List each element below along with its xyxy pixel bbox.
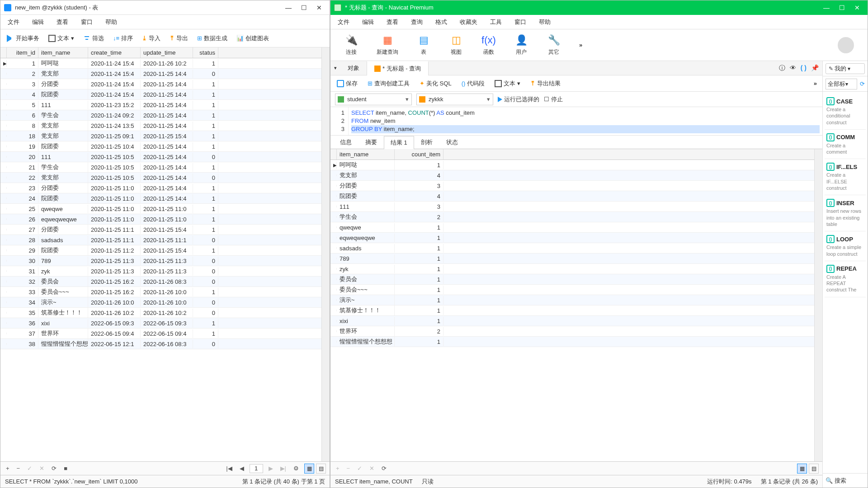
snippet-search[interactable]: 🔍 搜索	[823, 473, 868, 488]
toolbar-表[interactable]: ▤表	[416, 34, 431, 56]
scrollbar[interactable]	[814, 149, 822, 461]
table-row[interactable]: ▶1呵呵哒2020-11-24 15:42020-11-26 10:21	[0, 58, 321, 69]
delete-button[interactable]: −	[345, 464, 352, 473]
toolbar-新建查询[interactable]: ▦新建查询	[377, 34, 398, 56]
toolbar-视图[interactable]: ◫视图	[449, 34, 463, 56]
table-row[interactable]: 33委员会~~~2020-11-25 16:22020-11-26 10:01	[0, 287, 321, 297]
snippet-item[interactable]: ()CASECreate a conditional construct	[825, 94, 866, 130]
result-tab[interactable]: 摘要	[359, 136, 384, 149]
pin-icon[interactable]: 📌	[811, 64, 819, 72]
column-header[interactable]: status	[193, 47, 218, 58]
menu-item[interactable]: 帮助	[105, 18, 117, 26]
menu-item[interactable]: 格式	[435, 18, 447, 26]
commit-button[interactable]: ✓	[25, 464, 34, 473]
refresh-button[interactable]: ⟳	[380, 464, 388, 473]
first-page-button[interactable]: |◀	[224, 464, 234, 473]
result-tab[interactable]: 结果 1	[384, 136, 414, 149]
settings-icon[interactable]: ⚙	[292, 464, 301, 473]
sql-editor[interactable]: 123 SELECT item_name, COUNT(*) AS count_…	[330, 107, 822, 136]
snippet-button[interactable]: ()代码段	[460, 79, 487, 89]
result-row[interactable]: 惺惺惜惺惺个想想想1	[330, 337, 814, 347]
page-input[interactable]	[250, 464, 263, 473]
table-row[interactable]: 27分团委2020-11-25 11:12020-11-25 15:41	[0, 225, 321, 235]
result-row[interactable]: 委员会1	[330, 274, 814, 285]
add-button[interactable]: +	[334, 464, 341, 473]
table-row[interactable]: 24院团委2020-11-25 11:02020-11-25 14:41	[0, 193, 321, 204]
sort-button[interactable]: ↓≡排序	[111, 33, 135, 43]
table-row[interactable]: 4院团委2020-11-24 15:42020-11-25 14:41	[0, 89, 321, 100]
result-row[interactable]: ▶呵呵哒1	[330, 160, 814, 170]
text-button[interactable]: 文本 ▾	[47, 33, 76, 43]
menu-item[interactable]: 查看	[57, 18, 68, 26]
maximize-button[interactable]: ☐	[301, 5, 307, 11]
snippet-item[interactable]: ()LOOPCreate a simple loop construct	[825, 231, 866, 261]
stop-button[interactable]: ☐停止	[544, 95, 563, 103]
info-icon[interactable]: ⓘ	[779, 64, 785, 72]
export-button[interactable]: ⤒导出结果	[528, 79, 562, 89]
table-row[interactable]: 35筑基修士！！！2020-11-26 10:22020-11-26 10:20	[0, 308, 321, 318]
snippet-item[interactable]: ()REPEACreate A REPEAT construct The	[825, 261, 866, 297]
result-row[interactable]: 筑基修士！！！1	[330, 305, 814, 316]
prev-page-button[interactable]: ◀	[238, 464, 246, 473]
result-row[interactable]: sadsads1	[330, 243, 814, 253]
datagen-button[interactable]: ⊞数据生成	[195, 33, 229, 43]
toolbar-函数[interactable]: f(x)函数	[481, 34, 496, 56]
code-area[interactable]: SELECT item_name, COUNT(*) AS count_item…	[349, 107, 822, 135]
menu-item[interactable]: 窗口	[81, 18, 93, 26]
scrollbar[interactable]	[321, 47, 330, 461]
menu-item[interactable]: 编辑	[362, 18, 374, 26]
snippet-list[interactable]: ()CASECreate a conditional construct()CO…	[823, 92, 868, 473]
filter-button[interactable]: 筛选	[81, 33, 106, 43]
form-view-button[interactable]: ▤	[809, 464, 819, 474]
result-row[interactable]: 院团委4	[330, 191, 814, 202]
beautify-button[interactable]: ✦美化 SQL	[418, 79, 453, 89]
tab-objects[interactable]: 对象	[340, 61, 367, 75]
result-row[interactable]: 演示~1	[330, 295, 814, 305]
table-row[interactable]: 18党支部2020-11-25 09:12020-11-25 15:41	[0, 131, 321, 141]
column-header[interactable]: item_name	[337, 149, 395, 160]
table-row[interactable]: 19院团委2020-11-25 10:42020-11-25 14:41	[0, 141, 321, 152]
menu-item[interactable]: 编辑	[32, 18, 44, 26]
result-row[interactable]: eqweqweqwe1	[330, 233, 814, 243]
column-header[interactable]: count_item	[395, 149, 443, 160]
table-row[interactable]: 26eqweqweqwe2020-11-25 11:02020-11-25 11…	[0, 214, 321, 225]
table-row[interactable]: 51112020-11-23 15:22020-11-25 14:41	[0, 100, 321, 110]
brackets-icon[interactable]: ( )	[801, 64, 807, 72]
result-row[interactable]: 委员会~~~1	[330, 285, 814, 295]
result-tab[interactable]: 状态	[439, 136, 465, 149]
minimize-button[interactable]: —	[823, 5, 830, 11]
data-grid[interactable]: ▶1呵呵哒2020-11-24 15:42020-11-26 10:212党支部…	[0, 58, 321, 461]
column-header[interactable]: update_time	[141, 47, 193, 58]
import-button[interactable]: ⤓导入	[140, 33, 162, 43]
table-row[interactable]: 36xixi2022-06-15 09:32022-06-15 09:31	[0, 318, 321, 328]
save-button[interactable]: 保存	[335, 79, 359, 89]
result-row[interactable]: 党支部4	[330, 170, 814, 181]
result-row[interactable]: 7891	[330, 253, 814, 264]
cancel-button[interactable]: ✕	[368, 464, 376, 473]
table-row[interactable]: 29院团委2020-11-25 11:22020-11-25 15:41	[0, 245, 321, 256]
grid-view-button[interactable]: ▦	[797, 464, 807, 474]
menu-item[interactable]: 查看	[387, 18, 398, 26]
avatar[interactable]	[838, 37, 854, 53]
table-row[interactable]: 32委员会2020-11-25 16:22020-11-26 08:30	[0, 277, 321, 287]
table-row[interactable]: 28sadsads2020-11-25 11:12020-11-25 11:10	[0, 235, 321, 245]
close-button[interactable]: ✕	[854, 5, 860, 11]
menu-item[interactable]: 工具	[490, 18, 502, 26]
more-button[interactable]: »	[579, 42, 583, 48]
menu-item[interactable]: 文件	[8, 18, 19, 26]
tab-query[interactable]: * 无标题 - 查询	[367, 61, 429, 75]
result-row[interactable]: 世界环2	[330, 326, 814, 337]
grid-view-button[interactable]: ▦	[304, 464, 314, 474]
next-page-button[interactable]: ▶	[267, 464, 275, 473]
delete-row-button[interactable]: −	[15, 464, 22, 473]
stop-button[interactable]: ■	[62, 464, 69, 473]
close-button[interactable]: ✕	[316, 5, 322, 11]
toolbar-用户[interactable]: 👤用户	[514, 34, 528, 56]
column-header[interactable]: item_name	[38, 47, 88, 58]
table-row[interactable]: 201112020-11-25 10:52020-11-25 14:40	[0, 152, 321, 162]
eye-icon[interactable]: 👁	[790, 64, 796, 72]
cancel-button[interactable]: ✕	[38, 464, 46, 473]
menu-item[interactable]: 查询	[411, 18, 423, 26]
snippet-item[interactable]: ()COMMCreate a comment	[825, 130, 866, 160]
table-row[interactable]: 3分团委2020-11-24 15:42020-11-25 14:41	[0, 79, 321, 89]
